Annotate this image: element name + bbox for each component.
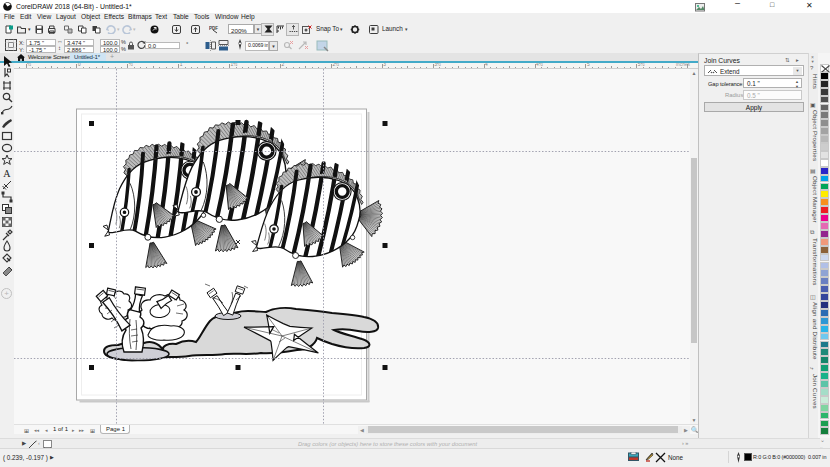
svg-text:A: A xyxy=(3,168,11,179)
svg-text:PDF: PDF xyxy=(209,26,218,31)
